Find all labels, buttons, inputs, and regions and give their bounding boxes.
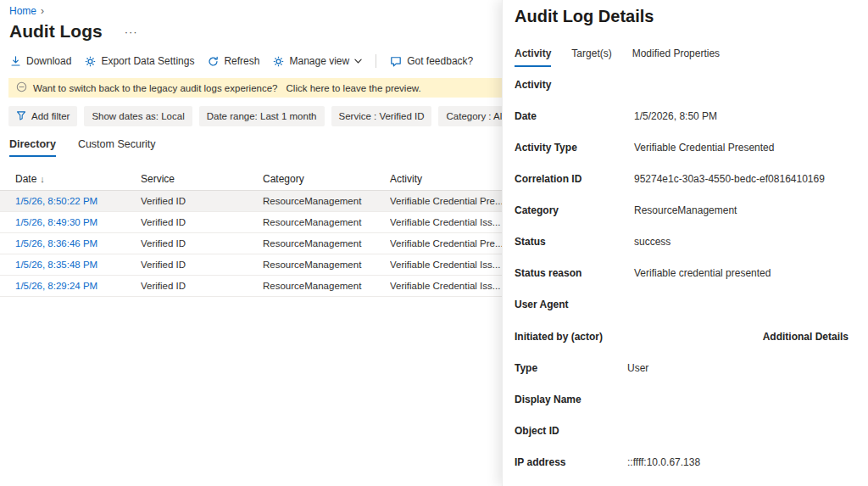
gear-icon <box>273 56 284 67</box>
row-service: Verified ID <box>141 281 263 291</box>
filter-pill[interactable]: Category : All <box>438 106 511 126</box>
additional-details-header: Additional Details <box>763 331 849 343</box>
detail-field-label: Date <box>515 110 634 122</box>
detail-field: Display Name <box>515 394 849 405</box>
row-service: Verified ID <box>141 238 263 249</box>
detail-field-label: Status reason <box>515 267 634 279</box>
detail-field-label: Status <box>515 236 634 248</box>
export-data-settings-button[interactable]: Export Data Settings <box>85 55 194 67</box>
row-service: Verified ID <box>141 260 263 270</box>
column-header-category[interactable]: Category <box>263 173 390 185</box>
manage-view-button[interactable]: Manage view <box>273 55 362 67</box>
detail-field-value: ResourceManagement <box>634 204 737 216</box>
row-category: ResourceManagement <box>263 217 390 227</box>
download-label: Download <box>26 55 71 67</box>
feedback-icon <box>390 56 402 67</box>
filter-pill[interactable]: Show dates as: Local <box>84 106 192 126</box>
panel-tabs: Activity Target(s) Modified Properties <box>515 47 849 67</box>
more-options-button[interactable]: ··· <box>125 25 138 38</box>
row-service: Verified ID <box>141 217 263 227</box>
row-category: ResourceManagement <box>263 238 390 249</box>
detail-field-label: IP address <box>515 456 627 468</box>
detail-field-value: 95274e1c-30a3-4550-bedc-ef0816410169 <box>634 173 825 185</box>
manage-view-label: Manage view <box>289 55 349 67</box>
detail-field: Activity Type Verifiable Credential Pres… <box>515 142 849 154</box>
panel-tab-targets[interactable]: Target(s) <box>571 47 611 67</box>
column-header-date[interactable]: Date↓ <box>15 173 141 185</box>
breadcrumb-separator: › <box>41 5 44 17</box>
detail-field: Type User <box>515 362 849 374</box>
toolbar-divider <box>376 54 376 68</box>
panel-tab-modified-properties[interactable]: Modified Properties <box>632 47 720 67</box>
detail-field-label: Correlation ID <box>515 173 634 185</box>
add-filter-button[interactable]: Add filter <box>8 106 77 126</box>
breadcrumb-home-link[interactable]: Home <box>9 5 36 17</box>
refresh-label: Refresh <box>224 55 259 67</box>
row-category: ResourceManagement <box>263 196 390 206</box>
leave-preview-icon <box>16 81 27 94</box>
got-feedback-button[interactable]: Got feedback? <box>390 55 473 67</box>
detail-field-label: Display Name <box>515 394 627 405</box>
row-category: ResourceManagement <box>263 260 390 270</box>
chevron-down-icon <box>354 59 362 64</box>
got-feedback-label: Got feedback? <box>407 55 473 67</box>
detail-field-value: User <box>627 362 648 374</box>
detail-field-label: User Agent <box>515 299 634 310</box>
row-date-link[interactable]: 1/5/26, 8:35:48 PM <box>15 260 141 270</box>
detail-field: Object ID <box>515 425 849 437</box>
audit-log-details-panel: Audit Log Details Activity Target(s) Mod… <box>502 0 868 486</box>
row-date-link[interactable]: 1/5/26, 8:29:24 PM <box>15 281 141 291</box>
filter-icon <box>16 110 26 122</box>
actor-section-header: Initiated by (actor) Additional Details <box>515 331 849 343</box>
row-service: Verified ID <box>141 196 263 206</box>
download-icon <box>10 56 21 67</box>
export-data-settings-label: Export Data Settings <box>101 55 194 67</box>
detail-field: User Agent <box>515 299 849 310</box>
row-category: ResourceManagement <box>263 281 390 291</box>
column-header-service[interactable]: Service <box>141 173 263 185</box>
detail-field-value: ::ffff:10.0.67.138 <box>627 456 700 468</box>
detail-field: Category ResourceManagement <box>515 204 849 216</box>
activity-fields: Date 1/5/2026, 8:50 PM Activity Type Ver… <box>515 110 849 310</box>
sort-descending-icon: ↓ <box>40 174 45 184</box>
detail-field: Correlation ID 95274e1c-30a3-4550-bedc-e… <box>515 173 849 185</box>
detail-field-label: Category <box>515 204 634 216</box>
tab-custom-security[interactable]: Custom Security <box>78 138 156 157</box>
detail-field-label: Object ID <box>515 425 627 437</box>
detail-field: Status reason Verifiable credential pres… <box>515 267 849 279</box>
add-filter-label: Add filter <box>31 111 70 121</box>
tab-directory[interactable]: Directory <box>9 138 56 157</box>
panel-section-activity: Activity <box>515 79 849 91</box>
detail-field: Status success <box>515 236 849 248</box>
detail-field-value: Verifiable Credential Presented <box>634 142 774 154</box>
refresh-button[interactable]: Refresh <box>208 55 259 67</box>
detail-field: Date 1/5/2026, 8:50 PM <box>515 110 849 122</box>
detail-field-label: Activity Type <box>515 142 634 154</box>
detail-field-value: success <box>634 236 670 248</box>
gear-icon <box>85 56 96 67</box>
actor-fields: Type User Display Name Object ID IP addr… <box>515 362 849 486</box>
detail-field: IP address ::ffff:10.0.67.138 <box>515 456 849 468</box>
detail-field-label: Type <box>515 362 627 374</box>
filter-pill[interactable]: Date range: Last 1 month <box>199 106 325 126</box>
detail-field-value: Verifiable credential presented <box>634 267 771 279</box>
page-title: Audit Logs <box>9 21 103 42</box>
initiated-by-header: Initiated by (actor) <box>515 331 603 343</box>
panel-title: Audit Log Details <box>515 7 849 26</box>
refresh-icon <box>208 56 219 67</box>
filter-pill[interactable]: Service : Verified ID <box>331 106 432 126</box>
panel-tab-activity[interactable]: Activity <box>515 47 551 67</box>
row-date-link[interactable]: 1/5/26, 8:49:30 PM <box>15 217 141 227</box>
detail-field-value: 1/5/2026, 8:50 PM <box>634 110 717 122</box>
download-button[interactable]: Download <box>10 55 71 67</box>
banner-text: Want to switch back to the legacy audit … <box>33 83 278 93</box>
row-date-link[interactable]: 1/5/26, 8:36:46 PM <box>15 238 141 249</box>
banner-leave-preview-link[interactable]: Click here to leave the preview. <box>287 83 421 93</box>
row-date-link[interactable]: 1/5/26, 8:50:22 PM <box>15 196 141 206</box>
